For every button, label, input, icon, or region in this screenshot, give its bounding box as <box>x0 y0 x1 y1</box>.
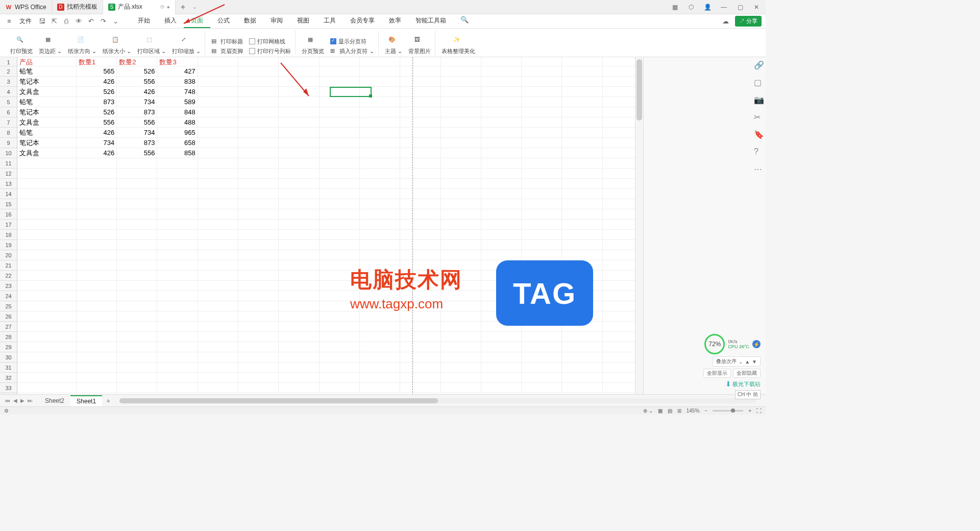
export-icon[interactable]: ⇱ <box>49 16 59 27</box>
cell[interactable] <box>279 342 319 352</box>
cell[interactable] <box>441 189 481 199</box>
cell[interactable] <box>320 97 360 107</box>
cell[interactable] <box>77 311 117 322</box>
print-area-button[interactable]: ⬚打印区域 ⌄ <box>137 36 166 55</box>
beautify-button[interactable]: ✨表格整理美化 <box>442 36 475 55</box>
cell[interactable] <box>562 363 602 373</box>
add-tab-button[interactable]: + <box>176 3 190 12</box>
cell[interactable] <box>198 230 238 240</box>
dropdown-icon[interactable]: ⌄ <box>110 16 120 27</box>
more-icon[interactable]: ⋯ <box>754 164 762 173</box>
cell[interactable] <box>198 281 238 291</box>
cell[interactable]: 858 <box>157 148 198 158</box>
cell[interactable] <box>198 97 238 107</box>
tab-refresh-icon[interactable]: ⟳ <box>160 4 164 10</box>
cell[interactable]: 838 <box>157 77 198 87</box>
cell[interactable] <box>238 179 279 189</box>
cell[interactable] <box>522 209 562 220</box>
cell[interactable]: 526 <box>117 66 157 77</box>
cell[interactable] <box>238 107 279 117</box>
cell[interactable]: 589 <box>157 97 198 107</box>
cell[interactable] <box>400 373 440 383</box>
cell[interactable] <box>77 260 117 271</box>
cell[interactable] <box>360 230 400 240</box>
cell[interactable] <box>562 97 602 107</box>
cell[interactable] <box>77 352 117 363</box>
cell[interactable] <box>400 352 440 363</box>
cell[interactable] <box>157 158 198 168</box>
cell[interactable] <box>238 57 279 66</box>
cell[interactable] <box>562 250 602 260</box>
cell[interactable] <box>522 148 562 158</box>
accelerate-icon[interactable]: ⚡ <box>752 340 761 348</box>
add-sheet-button[interactable]: + <box>102 397 114 405</box>
row-header[interactable]: 17 <box>0 220 17 230</box>
cell[interactable] <box>320 383 360 393</box>
cell[interactable]: 426 <box>117 87 157 97</box>
cell[interactable] <box>400 342 440 352</box>
cell[interactable] <box>522 281 562 291</box>
cell[interactable] <box>17 199 77 209</box>
row-header[interactable]: 1 <box>0 57 17 66</box>
cell[interactable] <box>117 260 157 271</box>
cell[interactable] <box>481 189 522 199</box>
tab-wps[interactable]: W WPS Office <box>0 0 52 14</box>
header-footer-button[interactable]: ▤页眉页脚 <box>211 47 243 55</box>
cell[interactable]: 556 <box>77 117 117 128</box>
insert-break-button[interactable]: ⊞插入分页符 ⌄ <box>330 47 374 55</box>
cell[interactable] <box>17 342 77 352</box>
cell[interactable] <box>400 107 440 117</box>
cell[interactable] <box>117 373 157 383</box>
cell[interactable]: 873 <box>117 107 157 117</box>
row-header[interactable]: 8 <box>0 128 17 138</box>
cell[interactable] <box>117 311 157 322</box>
cell[interactable] <box>279 363 319 373</box>
cell[interactable] <box>481 291 522 301</box>
redo-icon[interactable]: ↷ <box>98 16 108 27</box>
cell[interactable] <box>279 148 319 158</box>
cell[interactable] <box>522 189 562 199</box>
cell[interactable] <box>320 271 360 281</box>
cell[interactable] <box>198 332 238 342</box>
cell[interactable] <box>238 291 279 301</box>
cell[interactable]: 565 <box>77 66 117 77</box>
cell[interactable] <box>238 352 279 363</box>
panel-icon[interactable]: ▢ <box>754 78 762 86</box>
cell[interactable] <box>238 209 279 220</box>
cell[interactable] <box>522 301 562 311</box>
cell[interactable] <box>360 57 400 66</box>
cell[interactable] <box>117 220 157 230</box>
cell[interactable] <box>17 230 77 240</box>
print-rowcol-checkbox[interactable]: 打印行号列标 <box>249 47 291 55</box>
cell[interactable] <box>562 220 602 230</box>
cell[interactable] <box>562 66 602 77</box>
cell[interactable] <box>320 281 360 291</box>
cell[interactable]: 873 <box>77 97 117 107</box>
row-header[interactable]: 27 <box>0 322 17 332</box>
cell[interactable] <box>320 199 360 209</box>
cell[interactable] <box>400 128 440 138</box>
cell[interactable] <box>320 311 360 322</box>
zoom-out-button[interactable]: − <box>704 408 707 414</box>
cell[interactable] <box>238 199 279 209</box>
cell[interactable] <box>481 128 522 138</box>
cell[interactable] <box>157 311 198 322</box>
cell[interactable] <box>441 87 481 97</box>
cell[interactable]: 数量1 <box>77 57 117 66</box>
cell[interactable] <box>400 168 440 179</box>
cell[interactable] <box>481 363 522 373</box>
cell[interactable] <box>157 281 198 291</box>
cell[interactable] <box>17 179 77 189</box>
row-header[interactable]: 18 <box>0 230 17 240</box>
cell[interactable] <box>279 138 319 148</box>
cell[interactable] <box>77 271 117 281</box>
cell[interactable]: 734 <box>117 97 157 107</box>
save-icon[interactable]: 🖫 <box>37 16 47 27</box>
maximize-button[interactable]: ▢ <box>736 3 744 11</box>
cell[interactable] <box>481 311 522 322</box>
row-header[interactable]: 25 <box>0 301 17 311</box>
cell[interactable] <box>360 107 400 117</box>
cell[interactable] <box>400 189 440 199</box>
cell[interactable] <box>279 158 319 168</box>
cell[interactable] <box>400 148 440 158</box>
